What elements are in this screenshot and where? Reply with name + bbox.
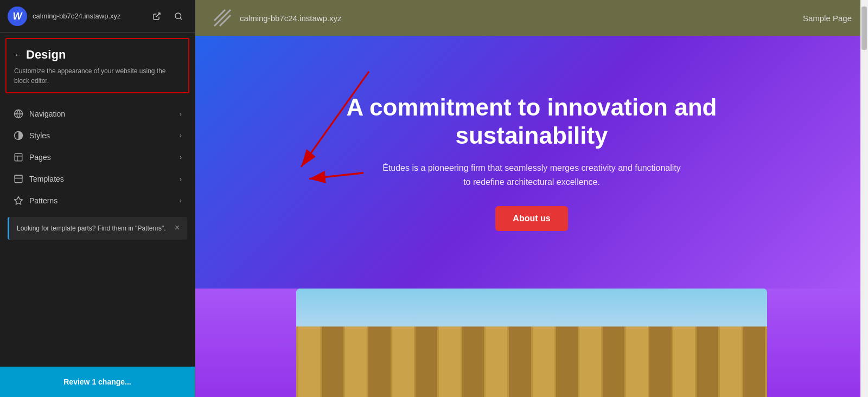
stripe xyxy=(462,326,484,397)
templates-icon xyxy=(13,174,24,184)
stripe xyxy=(579,326,601,397)
site-header-nav-link[interactable]: Sample Page xyxy=(803,14,852,23)
external-link-button[interactable] xyxy=(148,8,165,25)
stripe xyxy=(556,326,578,397)
svg-rect-10 xyxy=(15,175,22,178)
scrollbar[interactable] xyxy=(860,0,868,397)
notification-text: Looking for template parts? Find them in… xyxy=(17,223,169,233)
svg-rect-9 xyxy=(15,175,22,183)
stripe xyxy=(626,326,648,397)
pages-chevron: › xyxy=(180,153,182,161)
svg-line-16 xyxy=(214,10,225,21)
sidebar-menu: Navigation › Styles › Pag xyxy=(0,99,195,367)
stripe xyxy=(345,326,367,397)
wp-logo-icon: W xyxy=(13,11,22,21)
search-button[interactable] xyxy=(170,8,187,25)
stripe xyxy=(603,326,624,397)
sidebar-item-templates[interactable]: Templates › xyxy=(0,168,195,190)
stripe xyxy=(697,326,718,397)
building-section xyxy=(195,289,868,397)
stripe xyxy=(720,326,742,397)
sidebar-item-navigation[interactable]: Navigation › xyxy=(0,103,195,125)
stripe xyxy=(298,326,320,397)
navigation-chevron: › xyxy=(180,110,182,118)
hero-section: A commitment to innovation and sustainab… xyxy=(195,36,868,289)
templates-chevron: › xyxy=(180,175,182,183)
back-button[interactable]: ← xyxy=(14,50,22,59)
styles-chevron: › xyxy=(180,132,182,139)
pages-icon xyxy=(13,152,24,163)
stripe xyxy=(416,326,437,397)
svg-marker-11 xyxy=(15,197,23,204)
sidebar-item-patterns[interactable]: Patterns › xyxy=(0,190,195,212)
stripe xyxy=(368,326,390,397)
patterns-chevron: › xyxy=(180,197,182,204)
templates-label: Templates xyxy=(29,175,174,183)
main-content: calming-bb7c24.instawp.xyz Sample Page A… xyxy=(195,0,868,397)
wp-logo[interactable]: W xyxy=(8,7,27,26)
svg-line-0 xyxy=(156,13,160,17)
topbar-icons xyxy=(148,8,187,25)
sidebar-item-pages[interactable]: Pages › xyxy=(0,146,195,168)
review-changes-bar[interactable]: Review 1 change... xyxy=(0,367,195,397)
svg-line-17 xyxy=(220,15,231,26)
stripe xyxy=(673,326,695,397)
site-logo-icon xyxy=(212,7,233,29)
design-subtitle: Customize the appearance of your website… xyxy=(14,66,181,86)
navigation-label: Navigation xyxy=(29,110,174,118)
patterns-label: Patterns xyxy=(29,196,174,205)
styles-label: Styles xyxy=(29,131,174,140)
about-us-button[interactable]: About us xyxy=(495,206,567,231)
site-header: calming-bb7c24.instawp.xyz Sample Page xyxy=(195,0,868,36)
design-header: ← Design Customize the appearance of you… xyxy=(5,38,189,93)
site-header-url: calming-bb7c24.instawp.xyz xyxy=(240,14,342,23)
building-image xyxy=(296,289,767,397)
sidebar-item-styles[interactable]: Styles › xyxy=(0,125,195,146)
stripe xyxy=(509,326,531,397)
navigation-icon xyxy=(13,108,24,119)
stripe xyxy=(392,326,414,397)
review-changes-label: Review 1 change... xyxy=(63,377,131,386)
hero-title: A commitment to innovation and sustainab… xyxy=(342,93,722,151)
svg-line-2 xyxy=(180,18,182,20)
topbar-site-url: calming-bb7c24.instawp.xyz xyxy=(33,12,143,20)
building-stripes-area xyxy=(296,326,767,397)
stripe xyxy=(439,326,461,397)
pages-label: Pages xyxy=(29,153,174,162)
stripe xyxy=(649,326,671,397)
sidebar-topbar: W calming-bb7c24.instawp.xyz xyxy=(0,0,195,33)
patterns-icon xyxy=(13,195,24,206)
hero-subtitle: Études is a pioneering firm that seamles… xyxy=(380,161,684,189)
svg-point-1 xyxy=(175,13,181,19)
stripe xyxy=(743,326,765,397)
design-title: Design xyxy=(26,48,66,62)
site-header-logo-area: calming-bb7c24.instawp.xyz xyxy=(212,7,342,29)
notification-box: Looking for template parts? Find them in… xyxy=(8,217,187,240)
stripe xyxy=(322,326,343,397)
notification-close-button[interactable]: × xyxy=(175,223,180,232)
styles-icon xyxy=(13,130,24,141)
svg-rect-6 xyxy=(15,153,22,161)
stripe xyxy=(486,326,507,397)
sidebar: W calming-bb7c24.instawp.xyz ← Desi xyxy=(0,0,195,397)
sky-area xyxy=(296,289,767,326)
scrollbar-thumb[interactable] xyxy=(861,7,867,50)
stripe xyxy=(533,326,554,397)
building-facade xyxy=(296,289,767,397)
